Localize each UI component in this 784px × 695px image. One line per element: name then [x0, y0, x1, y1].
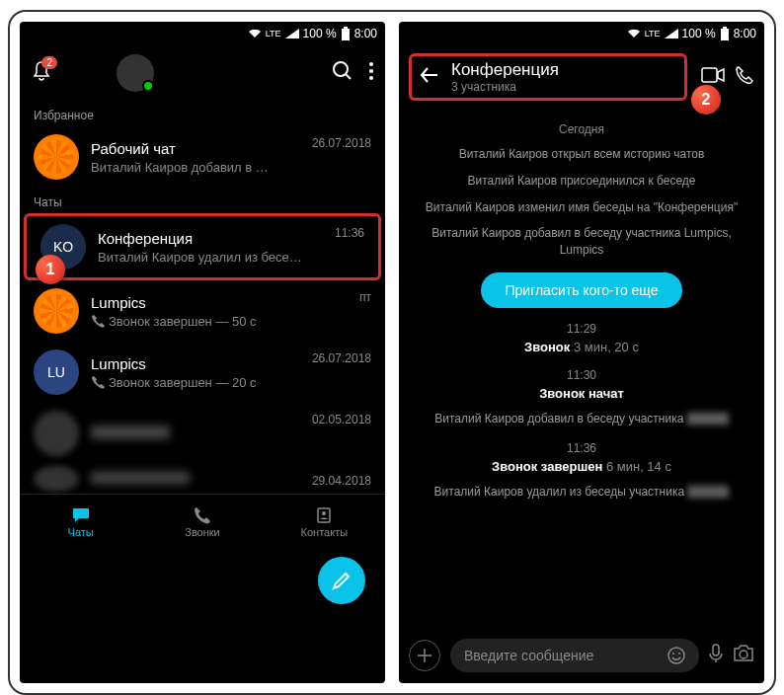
- status-bar: LTE 100 % 8:00: [399, 22, 764, 45]
- chat-icon: [71, 506, 91, 524]
- video-icon: [701, 67, 725, 83]
- camera-button[interactable]: [733, 645, 754, 666]
- chat-item[interactable]: 29.04.2018: [20, 464, 385, 494]
- event-time: 11:36: [415, 441, 748, 455]
- system-message: Виталий Каиров изменил имя беседы на "Ко…: [415, 199, 748, 216]
- system-message: Виталий Каиров открыл всем историю чатов: [415, 146, 748, 163]
- svg-point-2: [334, 62, 348, 76]
- section-favorites: Избранное: [20, 101, 385, 126]
- phone-icon: [91, 375, 105, 389]
- chat-avatar: [34, 288, 79, 334]
- system-message: Виталий Каиров добавил в беседу участник…: [415, 411, 748, 427]
- mic-icon: [709, 644, 723, 663]
- header-highlight: Конференция 3 участника: [409, 53, 687, 101]
- chat-avatar: [34, 134, 79, 180]
- call-event: Звонок 3 мин, 20 с: [415, 340, 748, 354]
- svg-point-3: [369, 62, 373, 66]
- message-list[interactable]: Сегодня Виталий Каиров открыл всем истор…: [399, 109, 764, 628]
- profile-avatar[interactable]: [117, 54, 154, 92]
- more-icon: [369, 62, 373, 80]
- chat-item[interactable]: 02.05.2018: [20, 403, 385, 464]
- svg-rect-10: [702, 68, 717, 82]
- battery-icon: [341, 27, 351, 40]
- callout-badge-2: 2: [691, 85, 721, 115]
- plus-icon: [418, 649, 431, 662]
- wifi-icon: [248, 29, 262, 39]
- camera-icon: [733, 645, 754, 662]
- chat-header-title[interactable]: Конференция 3 участника: [451, 60, 676, 94]
- conversation-screen: LTE 100 % 8:00 Конференция 3 участника 2…: [399, 22, 764, 683]
- message-input[interactable]: Введите сообщение: [450, 639, 699, 672]
- section-chats: Чаты: [20, 188, 385, 213]
- nav-contacts[interactable]: Контакты: [264, 495, 385, 549]
- more-button[interactable]: [369, 62, 373, 84]
- back-button[interactable]: [420, 67, 439, 87]
- notification-badge: 2: [41, 56, 57, 69]
- call-event: Звонок завершен 6 мин, 14 с: [415, 459, 748, 474]
- event-time: 11:30: [415, 368, 748, 382]
- event-time: 11:29: [415, 322, 748, 336]
- system-message: Виталий Каиров удалил из беседы участник…: [415, 484, 748, 501]
- svg-point-11: [668, 648, 684, 663]
- chat-list-screen: LTE 100 % 8:00 2 Избранное Рабочий чатВи…: [20, 22, 385, 683]
- compose-fab[interactable]: [318, 557, 365, 604]
- chat-avatar: LU: [34, 349, 79, 395]
- phone-icon: [735, 65, 754, 85]
- video-call-button[interactable]: [701, 67, 725, 87]
- chat-item[interactable]: LumpicsЗвонок завершен — 50 с пт: [20, 280, 385, 342]
- invite-button[interactable]: Пригласить кого-то еще: [481, 272, 681, 308]
- svg-point-12: [672, 653, 674, 655]
- input-bar: Введите сообщение: [399, 628, 764, 683]
- phone-icon: [194, 506, 211, 524]
- callout-badge-1: 1: [36, 255, 65, 284]
- svg-point-5: [369, 76, 373, 80]
- svg-rect-0: [342, 29, 350, 40]
- status-bar: LTE 100 % 8:00: [20, 22, 385, 45]
- svg-point-4: [369, 69, 373, 73]
- pencil-icon: [331, 570, 353, 591]
- chat-item[interactable]: LU LumpicsЗвонок завершен — 20 с 26.07.2…: [20, 342, 385, 403]
- svg-point-7: [322, 511, 326, 515]
- svg-point-13: [678, 653, 680, 655]
- system-message: Виталий Каиров присоединился к беседе: [415, 173, 748, 190]
- svg-point-15: [740, 651, 747, 658]
- emoji-icon[interactable]: [667, 647, 685, 664]
- bottom-nav: Чаты Звонки Контакты: [20, 494, 385, 549]
- chat-avatar: [34, 466, 79, 492]
- signal-icon: [285, 29, 299, 39]
- svg-rect-1: [344, 27, 348, 29]
- system-message: Виталий Каиров добавил в беседу участник…: [415, 225, 748, 259]
- presence-indicator: [142, 80, 154, 92]
- search-icon: [332, 60, 353, 82]
- nav-calls[interactable]: Звонки: [141, 495, 263, 549]
- chat-item[interactable]: Рабочий чатВиталий Каиров добавил в … 26…: [20, 126, 385, 188]
- nav-chats[interactable]: Чаты: [20, 495, 141, 549]
- svg-rect-9: [723, 27, 727, 29]
- notifications-button[interactable]: 2: [32, 60, 51, 86]
- date-divider: Сегодня: [415, 122, 748, 136]
- call-event: Звонок начат: [415, 386, 748, 401]
- arrow-left-icon: [420, 67, 439, 83]
- chat-item-selected[interactable]: KO КонференцияВиталий Каиров удалил из б…: [24, 213, 381, 280]
- svg-rect-14: [713, 645, 719, 656]
- svg-rect-8: [721, 29, 729, 40]
- phone-icon: [91, 314, 105, 328]
- chat-avatar: [34, 411, 79, 456]
- audio-call-button[interactable]: [735, 65, 754, 89]
- add-button[interactable]: [409, 640, 440, 671]
- voice-button[interactable]: [709, 644, 723, 667]
- contacts-icon: [315, 506, 333, 524]
- search-button[interactable]: [332, 60, 353, 86]
